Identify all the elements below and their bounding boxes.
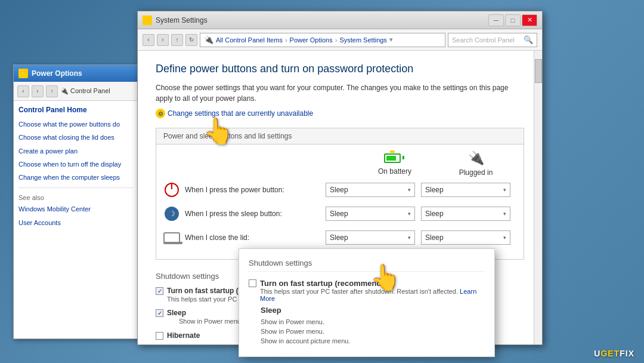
sleep-battery-value: Sleep	[330, 210, 348, 218]
scrollbar[interactable]	[534, 51, 542, 344]
lid-battery-value: Sleep	[330, 233, 348, 242]
lid-label: When I close the lid:	[185, 233, 326, 242]
path-power-options[interactable]: Power Options	[290, 36, 333, 44]
lid-plugged-value: Sleep	[425, 233, 444, 242]
power-options-title-icon: ⚡	[18, 69, 28, 78]
sleep-button-row: ☽ When I press the sleep button: Sleep ▾	[163, 205, 516, 222]
see-also-label: See also	[18, 194, 133, 201]
system-titlebar-left: ⚡ System Settings	[143, 16, 208, 25]
minimize-button[interactable]: ─	[488, 14, 504, 26]
search-bar[interactable]: Search Control Panel 🔍	[448, 33, 537, 47]
close-button[interactable]: ✕	[522, 14, 537, 26]
power-options-titlebar: ⚡ Power Options	[14, 65, 138, 82]
sleep-plugged-value: Sleep	[425, 210, 444, 218]
sleep-battery-dropdown-wrapper: Sleep ▾	[326, 207, 415, 221]
titlebar-left: ⚡ Power Options	[18, 69, 82, 78]
sleep-plugged-arrow: ▾	[503, 211, 506, 217]
power-options-nav: ‹ › ↑ 🔌 Control Panel	[14, 82, 138, 101]
sidebar-link-lid[interactable]: Choose what closing the lid does	[18, 133, 133, 141]
path-system-settings[interactable]: System Settings	[339, 36, 386, 44]
path-control-panel[interactable]: All Control Panel Items	[216, 36, 283, 44]
popup-fast-startup-label: Turn on fast startup (recommended)	[260, 279, 485, 288]
on-battery-header: On battery	[354, 152, 435, 176]
sys-back-button[interactable]: ‹	[143, 34, 154, 46]
sleep-button-label: When I press the sleep button:	[185, 210, 326, 218]
lid-battery-dropdown-wrapper: Sleep ▾	[326, 230, 415, 245]
power-plugged-dropdown-wrapper: Sleep ▾	[421, 183, 510, 197]
sleep-check: ✓	[157, 310, 162, 316]
maximize-button[interactable]: □	[505, 14, 521, 26]
popup-learn-more[interactable]: Learn More	[260, 288, 476, 302]
plugged-in-header: 🔌 Plugged in	[435, 150, 516, 177]
search-icon[interactable]: 🔍	[524, 35, 533, 44]
sleep-plugged-dropdown[interactable]: Sleep ▾	[421, 207, 510, 221]
sidebar-link-display[interactable]: Choose when to turn off the display	[18, 160, 133, 168]
power-battery-value: Sleep	[330, 186, 348, 194]
popup-fast-startup-desc: This helps start your PC faster after sh…	[260, 288, 485, 302]
back-button[interactable]: ‹	[17, 85, 29, 97]
sidebar-link-mobility[interactable]: Windows Mobility Center	[18, 205, 133, 213]
table-header: On battery 🔌 Plugged in	[163, 150, 516, 177]
popup-fast-startup-checkbox[interactable]	[249, 279, 256, 287]
desktop: ⚡ Power Options ‹ › ↑ 🔌 Control Panel Co…	[0, 0, 644, 363]
sleep-battery-dropdown[interactable]: Sleep ▾	[326, 207, 415, 221]
sidebar-link-sleep[interactable]: Change when the computer sleeps	[18, 173, 133, 182]
section-header: Power and sleep buttons and lid settings	[156, 128, 524, 144]
nav-breadcrumb: 🔌 Control Panel	[60, 87, 134, 95]
change-settings-link[interactable]: ⚙ Change settings that are currently una…	[156, 109, 524, 118]
forward-button[interactable]: ›	[32, 85, 44, 97]
sidebar-link-create-plan[interactable]: Create a power plan	[18, 147, 133, 155]
watermark-highlight: GET	[600, 349, 620, 358]
watermark: UGETFIX	[594, 349, 634, 358]
sys-refresh-button[interactable]: ↻	[185, 34, 197, 46]
power-button-icon	[163, 182, 180, 198]
sleep-checkbox[interactable]: ✓	[156, 309, 163, 317]
lid-plugged-dropdown-wrapper: Sleep ▾	[421, 230, 510, 245]
power-battery-dropdown-wrapper: Sleep ▾	[326, 183, 415, 197]
power-plugged-dropdown[interactable]: Sleep ▾	[421, 183, 510, 197]
on-battery-label: On battery	[378, 167, 411, 176]
popup-sleep-row: Sleep	[249, 306, 485, 315]
titlebar-controls: ─ □ ✕	[488, 14, 537, 26]
fast-startup-checkbox[interactable]: ✓	[156, 287, 163, 295]
popup-show-account-menu: Show in account picture menu.	[261, 337, 485, 344]
popup-fast-startup-content: Turn on fast startup (recommended) This …	[260, 279, 485, 302]
breadcrumb-icon: 🔌	[60, 87, 69, 94]
address-bar[interactable]: 🔌 All Control Panel Items › Power Option…	[200, 33, 445, 47]
popup-show-power-menu-2: Show in Power menu.	[261, 328, 485, 335]
power-options-sidebar: Control Panel Home Choose what the power…	[14, 101, 138, 339]
lid-battery-dropdown[interactable]: Sleep ▾	[326, 230, 415, 245]
path-sep-2: ›	[335, 36, 338, 44]
power-battery-dropdown[interactable]: Sleep ▾	[326, 183, 415, 197]
power-button-row: When I press the power button: Sleep ▾ S…	[163, 182, 516, 198]
sleep-battery-arrow: ▾	[408, 211, 411, 217]
watermark-prefix: U	[594, 349, 600, 358]
sidebar-link-accounts[interactable]: User Accounts	[18, 219, 133, 227]
page-title: Define power buttons and turn on passwor…	[156, 63, 524, 75]
change-settings-icon: ⚙	[156, 109, 165, 118]
path-sep-1: ›	[285, 36, 287, 44]
sys-up-button[interactable]: ↑	[171, 34, 183, 46]
lid-battery-arrow: ▾	[408, 235, 411, 241]
watermark-suffix: FIX	[620, 349, 634, 358]
power-options-title: Power Options	[32, 69, 82, 78]
fast-startup-check: ✓	[157, 288, 162, 294]
scrollbar-thumb[interactable]	[535, 59, 542, 83]
up-button[interactable]: ↑	[46, 85, 58, 97]
breadcrumb-text: Control Panel	[70, 87, 110, 94]
power-sleep-section: Power and sleep buttons and lid settings	[156, 128, 524, 260]
popup-show-power-menu-1: Show in Power menu.	[261, 318, 485, 325]
sys-forward-button[interactable]: ›	[157, 34, 169, 46]
system-settings-nav: ‹ › ↑ ↻ 🔌 All Control Panel Items › Powe…	[138, 29, 542, 51]
sidebar-divider	[18, 187, 133, 188]
sleep-button-icon: ☽	[163, 205, 180, 222]
popup-sleep-label: Sleep	[261, 306, 281, 315]
page-description: Choose the power settings that you want …	[156, 82, 524, 104]
battery-icon	[384, 152, 405, 165]
sidebar-home-link[interactable]: Control Panel Home	[18, 106, 133, 114]
power-options-window: ⚡ Power Options ‹ › ↑ 🔌 Control Panel Co…	[13, 64, 138, 339]
lid-plugged-dropdown[interactable]: Sleep ▾	[421, 230, 510, 245]
hibernate-checkbox[interactable]	[156, 332, 163, 340]
search-placeholder: Search Control Panel	[452, 36, 524, 44]
sidebar-link-power-buttons[interactable]: Choose what the power buttons do	[18, 120, 133, 128]
